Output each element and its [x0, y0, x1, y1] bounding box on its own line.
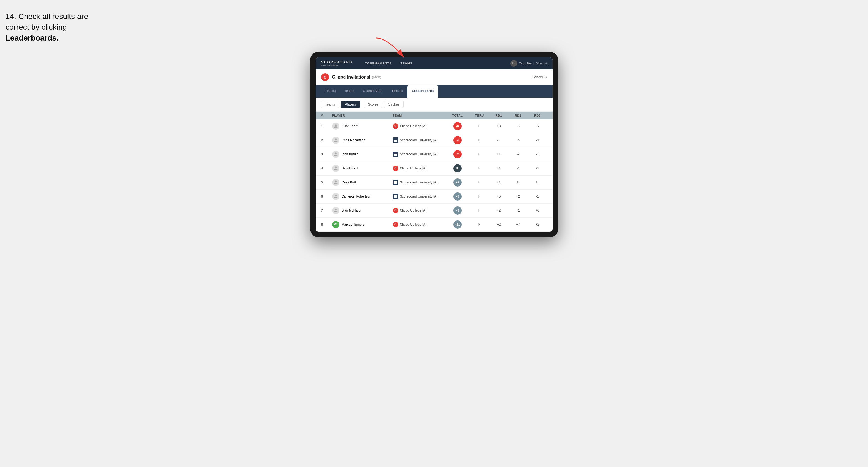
player-name-2: Chris Robertson [342, 138, 366, 142]
filter-players[interactable]: Players [341, 101, 360, 108]
rd1-4: +1 [489, 166, 508, 170]
tab-details[interactable]: Details [321, 85, 340, 97]
team-logo-3 [393, 152, 398, 157]
total-3: -2 [445, 150, 470, 158]
total-1: -8 [445, 122, 470, 130]
rd3-7: +6 [528, 209, 547, 212]
table-row: 6 Cameron Robertson Scoreboard Universit… [316, 190, 553, 204]
table-row: 5 Rees Britt Scoreboard University [A] [316, 176, 553, 190]
svg-point-5 [335, 181, 337, 182]
tournament-type: (Men) [372, 75, 381, 79]
rd1-7: +2 [489, 209, 508, 212]
tournament-logo: C [321, 73, 329, 81]
team-1: C Clippd College [A] [393, 123, 445, 129]
player-name-7: Blair McHarg [342, 209, 361, 212]
player-name-4: David Ford [342, 166, 358, 170]
tab-leaderboards[interactable]: Leaderboards [407, 85, 438, 97]
nav-teams[interactable]: TEAMS [396, 57, 417, 69]
team-logo-2 [393, 137, 398, 143]
svg-point-3 [335, 152, 337, 154]
main-nav: TOURNAMENTS TEAMS [361, 57, 510, 69]
avatar-6 [332, 193, 339, 200]
player-3: Rich Butler [332, 151, 393, 158]
col-rd2: RD2 [508, 114, 528, 117]
team-logo-1: C [393, 123, 398, 129]
filter-strokes[interactable]: Strokes [384, 101, 404, 108]
rank-6: 6 [321, 194, 332, 198]
table-header: # PLAYER TEAM TOTAL THRU RD1 RD2 RD3 [316, 112, 553, 119]
rd3-1: -5 [528, 124, 547, 128]
rd3-6: -1 [528, 194, 547, 198]
rd3-3: -1 [528, 152, 547, 156]
sign-out-link[interactable]: Sign out [536, 62, 547, 65]
avatar-4 [332, 165, 339, 172]
team-6: Scoreboard University [A] [393, 194, 445, 199]
filter-scores[interactable]: Scores [364, 101, 382, 108]
tab-teams[interactable]: Teams [340, 85, 359, 97]
team-8: C Clippd College [A] [393, 222, 445, 227]
total-8: +11 [445, 220, 470, 229]
tournament-name: Clippd Invitational [332, 75, 371, 80]
total-6: +6 [445, 192, 470, 200]
thru-4: F [470, 166, 489, 170]
player-7: Blair McHarg [332, 207, 393, 214]
player-5: Rees Britt [332, 179, 393, 186]
logo-text: SCOREBOARD [321, 60, 352, 64]
rd1-2: -5 [489, 138, 508, 142]
rank-2: 2 [321, 138, 332, 142]
instruction-bold: Leaderboards. [5, 34, 59, 42]
user-avatar-icon: TU [510, 60, 517, 67]
tab-navigation: Details Teams Course Setup Results Leade… [316, 85, 553, 97]
top-navigation: SCOREBOARD Powered by clippd TOURNAMENTS… [316, 57, 553, 69]
table-row: 8 MT Marcus Turners C Clippd College [A]… [316, 218, 553, 232]
rank-4: 4 [321, 166, 332, 170]
tab-results[interactable]: Results [388, 85, 407, 97]
table-row: 3 Rich Butler Scoreboard University [A] [316, 147, 553, 161]
user-name: Test User | [519, 62, 534, 65]
team-logo-5 [393, 180, 398, 185]
avatar-8: MT [332, 221, 339, 228]
rank-7: 7 [321, 209, 332, 212]
rd3-5: E [528, 181, 547, 184]
table-row: 7 Blair McHarg C Clippd College [A] +9 [316, 204, 553, 218]
thru-1: F [470, 124, 489, 128]
avatar-2 [332, 137, 339, 144]
svg-point-4 [335, 166, 337, 168]
leaderboard-table: 1 Elliot Ebert C Clippd College [A] -8 [316, 119, 553, 232]
filter-teams[interactable]: Teams [321, 101, 339, 108]
rd3-4: +3 [528, 166, 547, 170]
rd3-2: -4 [528, 138, 547, 142]
rd1-1: +3 [489, 124, 508, 128]
rank-3: 3 [321, 152, 332, 156]
col-rd1: RD1 [489, 114, 508, 117]
rd2-3: -2 [508, 152, 528, 156]
col-total: TOTAL [445, 114, 470, 117]
player-name-3: Rich Butler [342, 152, 358, 156]
tablet-frame: SCOREBOARD Powered by clippd TOURNAMENTS… [310, 52, 558, 237]
svg-point-6 [335, 194, 337, 196]
col-team: TEAM [393, 114, 445, 117]
cancel-button[interactable]: Cancel ✕ [532, 75, 547, 79]
tab-course-setup[interactable]: Course Setup [359, 85, 388, 97]
instruction-block: 14. Check all results are correct by cli… [5, 11, 863, 43]
user-area: TU Test User | Sign out [510, 60, 547, 67]
team-2: Scoreboard University [A] [393, 137, 445, 143]
team-4: C Clippd College [A] [393, 165, 445, 171]
logo-area: SCOREBOARD Powered by clippd [321, 60, 352, 67]
table-row: 2 Chris Robertson Scoreboard University … [316, 133, 553, 147]
player-name-6: Cameron Robertson [342, 194, 371, 198]
tablet-screen: SCOREBOARD Powered by clippd TOURNAMENTS… [316, 57, 553, 232]
rank-5: 5 [321, 181, 332, 184]
rd1-8: +2 [489, 223, 508, 226]
rd2-5: E [508, 181, 528, 184]
thru-2: F [470, 138, 489, 142]
total-7: +9 [445, 206, 470, 215]
filter-bar: Teams Players Scores Strokes [316, 97, 553, 112]
avatar-5 [332, 179, 339, 186]
player-8: MT Marcus Turners [332, 221, 393, 228]
thru-3: F [470, 152, 489, 156]
rd2-6: +2 [508, 194, 528, 198]
team-logo-6 [393, 194, 398, 199]
rd2-2: +5 [508, 138, 528, 142]
nav-tournaments[interactable]: TOURNAMENTS [361, 57, 396, 69]
